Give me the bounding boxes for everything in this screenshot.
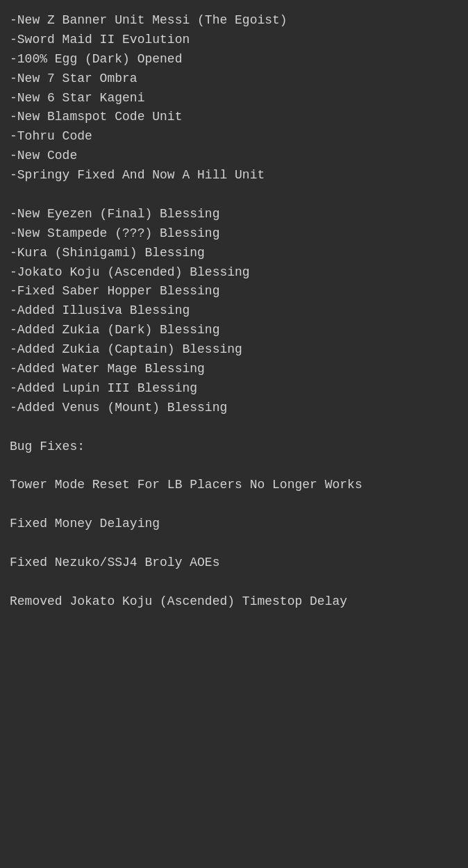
- main-content: -New Z Banner Unit Messi (The Egoist) -S…: [10, 11, 458, 612]
